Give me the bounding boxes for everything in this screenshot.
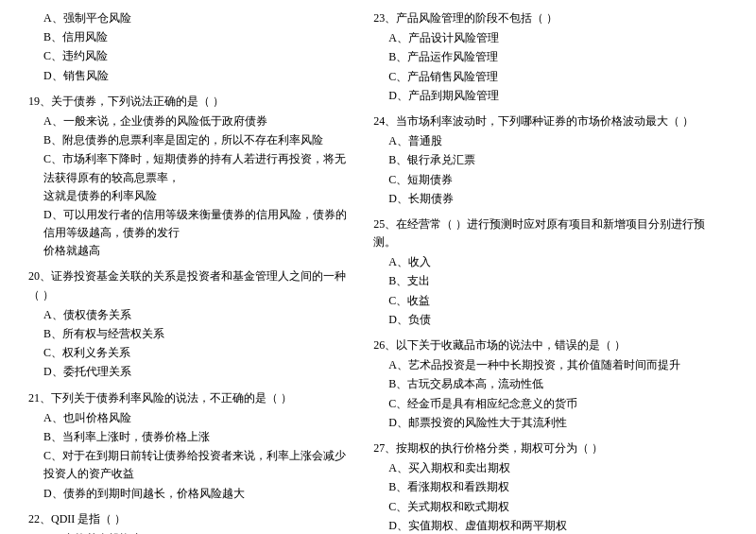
question-21: 21、下列关于债券利率风险的说法，不正确的是（ ） A、也叫价格风险 B、当利率… bbox=[28, 389, 354, 503]
right-column: 23、产品风险管理的阶段不包括（ ） A、产品设计风险管理 B、产品运作风险管理… bbox=[364, 9, 728, 534]
question-23-option-a: A、产品设计风险管理 bbox=[373, 29, 728, 47]
question-24: 24、当市场利率波动时，下列哪种证券的市场价格波动最大（ ） A、普通股 B、银… bbox=[373, 112, 728, 208]
question-25-option-b: B、支出 bbox=[373, 272, 728, 290]
question-21-option-c: C、对于在到期日前转让债券给投资者来说，利率上涨会减少投资人的资产收益 bbox=[28, 447, 354, 483]
question-20-title: 20、证券投资基金关联的关系是投资者和基金管理人之间的一种（ ） bbox=[28, 267, 354, 303]
question-19-option-c: C、市场利率下降时，短期债券的持有人若进行再投资，将无法获得原有的较高息票率，这… bbox=[28, 150, 354, 205]
question-25: 25、在经营常（ ）进行预测时应对原有项目和新增项目分别进行预测。 A、收入 B… bbox=[373, 215, 728, 329]
question-21-title: 21、下列关于债券利率风险的说法，不正确的是（ ） bbox=[28, 389, 354, 407]
question-26-option-a: A、艺术品投资是一种中长期投资，其价值随着时间而提升 bbox=[373, 356, 728, 374]
question-pre: A、强制平仓风险 B、信用风险 C、违约风险 D、销售风险 bbox=[28, 9, 354, 85]
question-23: 23、产品风险管理的阶段不包括（ ） A、产品设计风险管理 B、产品运作风险管理… bbox=[373, 9, 728, 105]
question-22-title: 22、QDII 是指（ ） bbox=[28, 510, 354, 528]
option-pre-a: A、强制平仓风险 bbox=[28, 9, 354, 27]
question-27: 27、按期权的执行价格分类，期权可分为（ ） A、买入期权和卖出期权 B、看涨期… bbox=[373, 439, 728, 534]
question-23-option-d: D、产品到期风险管理 bbox=[373, 87, 728, 105]
question-21-option-b: B、当利率上涨时，债券价格上涨 bbox=[28, 428, 354, 446]
question-23-option-c: C、产品销售风险管理 bbox=[373, 68, 728, 86]
question-19-option-a: A、一般来说，企业债券的风险低于政府债券 bbox=[28, 112, 354, 130]
option-pre-d: D、销售风险 bbox=[28, 67, 354, 85]
question-25-title: 25、在经营常（ ）进行预测时应对原有项目和新增项目分别进行预测。 bbox=[373, 215, 728, 251]
question-19-option-b: B、附息债券的息票利率是固定的，所以不存在利率风险 bbox=[28, 131, 354, 149]
question-23-option-b: B、产品运作风险管理 bbox=[373, 48, 728, 66]
question-27-option-d: D、实值期权、虚值期权和两平期权 bbox=[373, 517, 728, 534]
question-24-option-c: C、短期债券 bbox=[373, 171, 728, 189]
question-24-option-a: A、普通股 bbox=[373, 132, 728, 150]
question-27-title: 27、按期权的执行价格分类，期权可分为（ ） bbox=[373, 439, 728, 457]
question-21-option-d: D、债券的到期时间越长，价格风险越大 bbox=[28, 485, 354, 503]
question-24-option-b: B、银行承兑汇票 bbox=[373, 151, 728, 169]
question-19-option-d: D、可以用发行者的信用等级来衡量债券的信用风险，债券的信用等级越高，债券的发行价… bbox=[28, 206, 354, 261]
question-19-title: 19、关于债券，下列说法正确的是（ ） bbox=[28, 93, 354, 111]
question-20-option-d: D、委托代理关系 bbox=[28, 363, 354, 381]
option-pre-c: C、违约风险 bbox=[28, 47, 354, 65]
question-27-option-a: A、买入期权和卖出期权 bbox=[373, 459, 728, 477]
question-27-option-b: B、看涨期权和看跌期权 bbox=[373, 478, 728, 496]
question-25-option-d: D、负债 bbox=[373, 311, 728, 329]
question-20: 20、证券投资基金关联的关系是投资者和基金管理人之间的一种（ ） A、债权债务关… bbox=[28, 267, 354, 381]
question-23-title: 23、产品风险管理的阶段不包括（ ） bbox=[373, 9, 728, 27]
question-26-option-b: B、古玩交易成本高，流动性低 bbox=[373, 375, 728, 393]
left-column: A、强制平仓风险 B、信用风险 C、违约风险 D、销售风险 19、关于债券，下列… bbox=[28, 9, 364, 534]
question-20-option-b: B、所有权与经营权关系 bbox=[28, 325, 354, 343]
option-pre-b: B、信用风险 bbox=[28, 28, 354, 46]
question-26: 26、以下关于收藏品市场的说法中，错误的是（ ） A、艺术品投资是一种中长期投资… bbox=[373, 336, 728, 432]
question-26-option-d: D、邮票投资的风险性大于其流利性 bbox=[373, 414, 728, 432]
question-22: 22、QDII 是指（ ） A、合格基金投资者 B、合格投资机构 C、合格境内机… bbox=[28, 510, 354, 534]
question-20-option-c: C、权利义务关系 bbox=[28, 344, 354, 362]
question-25-option-a: A、收入 bbox=[373, 253, 728, 271]
question-24-option-d: D、长期债券 bbox=[373, 190, 728, 208]
question-27-option-c: C、关式期权和欧式期权 bbox=[373, 498, 728, 516]
question-26-option-c: C、经金币是具有相应纪念意义的货币 bbox=[373, 395, 728, 413]
question-21-option-a: A、也叫价格风险 bbox=[28, 409, 354, 427]
question-19: 19、关于债券，下列说法正确的是（ ） A、一般来说，企业债券的风险低于政府债券… bbox=[28, 93, 354, 261]
question-20-option-a: A、债权债务关系 bbox=[28, 306, 354, 324]
question-22-option-a: A、合格基金投资者 bbox=[28, 530, 354, 534]
question-26-title: 26、以下关于收藏品市场的说法中，错误的是（ ） bbox=[373, 336, 728, 354]
question-24-title: 24、当市场利率波动时，下列哪种证券的市场价格波动最大（ ） bbox=[373, 112, 728, 130]
question-25-option-c: C、收益 bbox=[373, 292, 728, 310]
